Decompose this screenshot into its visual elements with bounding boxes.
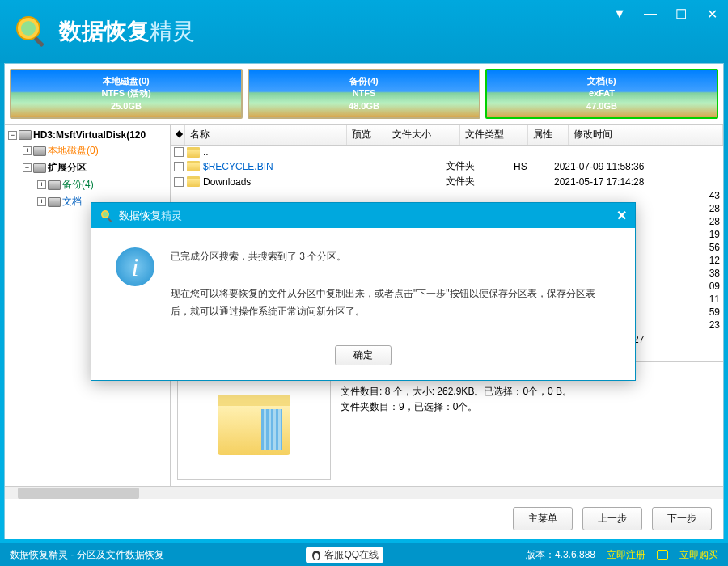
file-row[interactable]: .. [171, 146, 723, 158]
app-title: 数据恢复精灵 [59, 16, 195, 47]
tree-root[interactable]: −HD3:MsftVirtualDisk(120 [8, 128, 167, 142]
folder-icon [187, 161, 200, 171]
version-label: 版本：4.3.6.888 [526, 548, 595, 562]
dialog-title-text: 数据恢复精灵 [119, 209, 182, 223]
checkbox[interactable] [174, 162, 184, 171]
dialog-message: 已完成分区搜索，共搜索到了 3 个分区。 现在您可以将要恢复的文件从分区中复制出… [171, 247, 611, 321]
preview-folder-count: 文件夹数目：9，已选择：0个。 [341, 399, 717, 415]
file-row[interactable]: Downloads文件夹2021-05-17 17:14:28 [171, 174, 723, 189]
scrollbar-thumb[interactable] [18, 488, 139, 499]
app-logo: 数据恢复精灵 [12, 12, 195, 51]
file-list-header: ◆ 名称 预览 文件大小 文件类型 属性 修改时间 [171, 125, 723, 146]
sort-indicator[interactable]: ◆ [171, 125, 185, 145]
partition-backup[interactable]: 备份(4)NTFS48.0GB [248, 69, 480, 119]
magnifier-disk-icon [12, 12, 51, 51]
maximize-button[interactable]: ☐ [673, 6, 689, 22]
col-attr[interactable]: 属性 [528, 125, 569, 145]
cart-icon [657, 550, 668, 560]
info-icon: i [116, 247, 154, 286]
dialog-titlebar[interactable]: 数据恢复精灵 ✕ [91, 203, 635, 228]
horizontal-scrollbar[interactable] [5, 486, 723, 499]
drive-icon [48, 180, 61, 190]
preview-thumbnail [177, 369, 331, 480]
partition-bar: 本地磁盘(0)NTFS (活动)25.0GB 备份(4)NTFS48.0GB 文… [5, 64, 723, 124]
svg-rect-7 [108, 218, 112, 222]
next-step-button[interactable]: 下一步 [652, 507, 712, 530]
svg-rect-2 [33, 36, 44, 47]
svg-point-4 [314, 553, 319, 560]
minimize-button[interactable]: — [642, 6, 658, 22]
preview-info: 文件夹: \照片\2021\ 文件数目: 8 个，大小: 262.9KB。已选择… [341, 369, 717, 479]
drive-icon [33, 163, 46, 173]
collapse-icon[interactable]: − [23, 163, 32, 172]
col-size[interactable]: 文件大小 [387, 125, 460, 145]
drive-icon [33, 146, 46, 156]
dialog-close-button[interactable]: ✕ [616, 208, 627, 223]
folder-icon [187, 147, 200, 158]
info-dialog: 数据恢复精灵 ✕ i 已完成分区搜索，共搜索到了 3 个分区。 现在您可以将要恢… [91, 202, 636, 381]
checkbox[interactable] [174, 147, 184, 157]
col-type[interactable]: 文件类型 [460, 125, 528, 145]
svg-point-6 [103, 212, 108, 217]
penguin-icon [311, 549, 322, 560]
tree-backup[interactable]: +备份(4) [37, 176, 167, 193]
col-name[interactable]: 名称 [185, 125, 347, 145]
preview-file-count: 文件数目: 8 个，大小: 262.9KB。已选择：0个，0 B。 [341, 384, 717, 399]
partition-docs[interactable]: 文档(5)exFAT47.0GB [485, 69, 718, 119]
status-text: 数据恢复精灵 - 分区及文件数据恢复 [10, 548, 164, 562]
file-row[interactable]: 43 [171, 189, 723, 202]
drive-icon [48, 197, 61, 207]
file-row[interactable]: $RECYCLE.BIN文件夹HS2021-07-09 11:58:36 [171, 158, 723, 174]
dialog-ok-button[interactable]: 确定 [335, 345, 392, 365]
expand-icon[interactable]: + [23, 146, 32, 155]
tree-local-disk[interactable]: +本地磁盘(0) [23, 142, 167, 159]
svg-point-1 [21, 21, 36, 36]
disk-icon [19, 130, 32, 140]
partition-local[interactable]: 本地磁盘(0)NTFS (活动)25.0GB [10, 69, 243, 119]
buy-link[interactable]: 立即购买 [679, 548, 718, 562]
main-menu-button[interactable]: 主菜单 [513, 507, 573, 530]
bottom-button-bar: 主菜单 上一步 下一步 [5, 499, 723, 539]
folder-icon [187, 176, 200, 187]
collapse-icon[interactable]: − [8, 131, 17, 140]
prev-step-button[interactable]: 上一步 [582, 507, 642, 530]
qq-support-button[interactable]: 客服QQ在线 [306, 547, 383, 563]
register-link[interactable]: 立即注册 [607, 548, 645, 562]
checkbox[interactable] [174, 177, 184, 187]
dropdown-icon[interactable]: ▼ [612, 6, 628, 22]
magnifier-icon [99, 209, 114, 223]
expand-icon[interactable]: + [37, 197, 46, 206]
tree-extended[interactable]: −扩展分区 [23, 159, 167, 176]
expand-icon[interactable]: + [37, 180, 46, 189]
col-date[interactable]: 修改时间 [569, 125, 723, 145]
titlebar[interactable]: 数据恢复精灵 ▼ — ☐ ✕ [0, 0, 728, 63]
col-preview[interactable]: 预览 [347, 125, 387, 145]
folder-preview-icon [218, 395, 290, 455]
close-button[interactable]: ✕ [704, 6, 720, 22]
status-bar: 数据恢复精灵 - 分区及文件数据恢复 客服QQ在线 版本：4.3.6.888 立… [0, 543, 728, 566]
